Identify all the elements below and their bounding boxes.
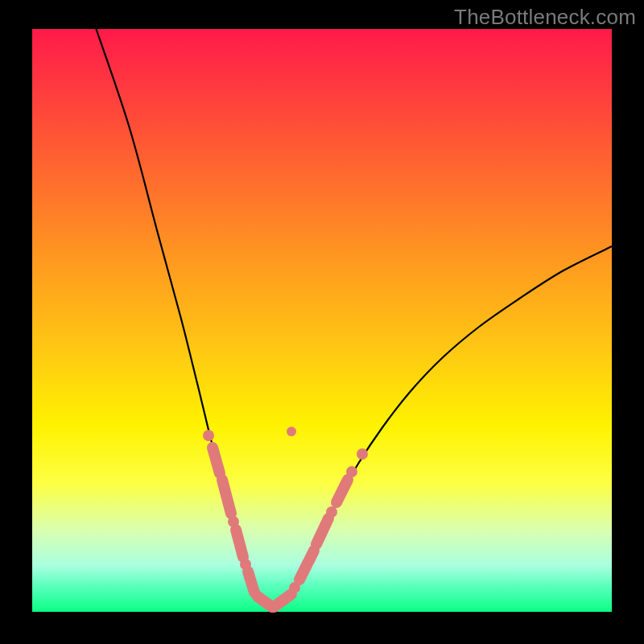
marker-pill xyxy=(336,480,348,502)
marker-dot xyxy=(346,466,357,477)
chart-frame: TheBottleneck.com xyxy=(0,0,644,644)
marker-dot xyxy=(357,448,368,460)
marker-pill xyxy=(248,572,254,592)
marker-pill xyxy=(236,530,243,557)
bottleneck-curve xyxy=(93,21,612,607)
curve-svg xyxy=(32,29,612,612)
marker-pill xyxy=(299,551,314,580)
marker-pill xyxy=(316,518,328,544)
marker-dot xyxy=(326,506,337,518)
marker-dot xyxy=(203,430,214,441)
marker-pill xyxy=(213,448,220,473)
marker-pill xyxy=(274,594,291,607)
watermark-text: TheBottleneck.com xyxy=(454,5,636,30)
curve-markers xyxy=(203,427,368,607)
marker-pill xyxy=(222,480,231,514)
plot-area xyxy=(32,29,612,612)
marker-dot xyxy=(287,427,296,436)
